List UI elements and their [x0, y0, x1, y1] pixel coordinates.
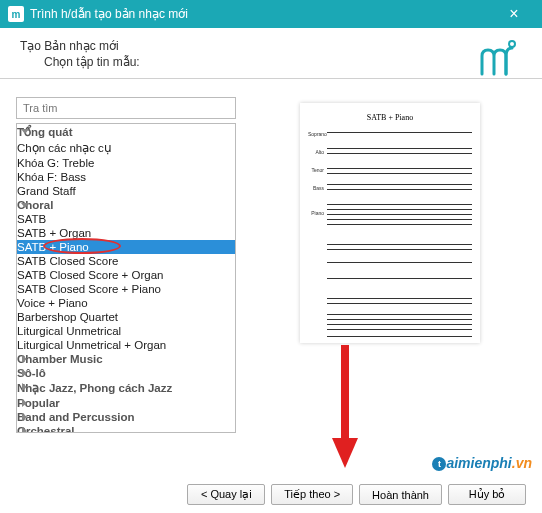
search-input[interactable] [16, 97, 236, 119]
category-orchestral[interactable]: Orchestral [17, 424, 235, 433]
finish-button[interactable]: Hoàn thành [359, 484, 442, 505]
part-label: Bass [308, 185, 324, 191]
cancel-button[interactable]: Hủy bỏ [448, 484, 526, 505]
part-label: Tenor [308, 167, 324, 173]
category-popular[interactable]: Popular [17, 396, 235, 410]
tree-item[interactable]: Chọn các nhạc cụ [17, 140, 235, 156]
watermark-icon: t [432, 457, 446, 471]
app-icon: m [8, 6, 24, 22]
tree-item[interactable]: Grand Staff [17, 184, 235, 198]
titlebar: m Trình h/dẫn tạo bản nhạc mới × [0, 0, 542, 28]
tree-item[interactable]: Liturgical Unmetrical [17, 324, 235, 338]
watermark: taimienphi.vn [432, 455, 532, 471]
next-button[interactable]: Tiếp theo > [271, 484, 353, 505]
tree-item[interactable]: Khóa F: Bass [17, 170, 235, 184]
tree-item[interactable]: SATB Closed Score + Organ [17, 268, 235, 282]
tree-item[interactable]: SATB [17, 212, 235, 226]
window-title: Trình h/dẫn tạo bản nhạc mới [30, 7, 494, 21]
preview-page: SATB + Piano Soprano Alto Tenor Bass Pia… [300, 103, 480, 343]
category-solo[interactable]: Sô-lô [17, 366, 235, 380]
category-choral[interactable]: Choral [17, 198, 235, 212]
wizard-header: Tạo Bản nhạc mới Chọn tập tin mẫu: [0, 28, 542, 79]
close-button[interactable]: × [494, 5, 534, 23]
template-panel: Tổng quát Chọn các nhạc cụ Khóa G: Trebl… [16, 97, 236, 433]
preview-title: SATB + Piano [308, 113, 472, 122]
part-label: Piano [308, 210, 324, 216]
svg-point-0 [509, 41, 515, 47]
wizard-footer: < Quay lại Tiếp theo > Hoàn thành Hủy bỏ [187, 484, 526, 505]
tree-item[interactable]: Voice + Piano [17, 296, 235, 310]
tree-item-selected[interactable]: SATB + Piano [17, 240, 235, 254]
tree-item[interactable]: Barbershop Quartet [17, 310, 235, 324]
svg-marker-2 [332, 438, 358, 468]
tree-item[interactable]: SATB + Organ [17, 226, 235, 240]
category-band[interactable]: Band and Percussion [17, 410, 235, 424]
template-tree[interactable]: Tổng quát Chọn các nhạc cụ Khóa G: Trebl… [16, 123, 236, 433]
category-chamber[interactable]: Chamber Music [17, 352, 235, 366]
tree-item[interactable]: Khóa G: Treble [17, 156, 235, 170]
header-subtitle: Chọn tập tin mẫu: [20, 54, 140, 70]
back-button[interactable]: < Quay lại [187, 484, 265, 505]
musescore-logo [478, 38, 522, 82]
category-general[interactable]: Tổng quát [17, 124, 235, 140]
tree-item[interactable]: Liturgical Unmetrical + Organ [17, 338, 235, 352]
tree-item[interactable]: SATB Closed Score [17, 254, 235, 268]
part-label: Alto [308, 149, 324, 155]
part-label: Soprano [308, 131, 324, 137]
category-jazz[interactable]: Nhạc Jazz, Phong cách Jazz [17, 380, 235, 396]
tree-item[interactable]: SATB Closed Score + Piano [17, 282, 235, 296]
preview-panel: SATB + Piano Soprano Alto Tenor Bass Pia… [254, 97, 526, 433]
header-title: Tạo Bản nhạc mới [20, 38, 140, 54]
